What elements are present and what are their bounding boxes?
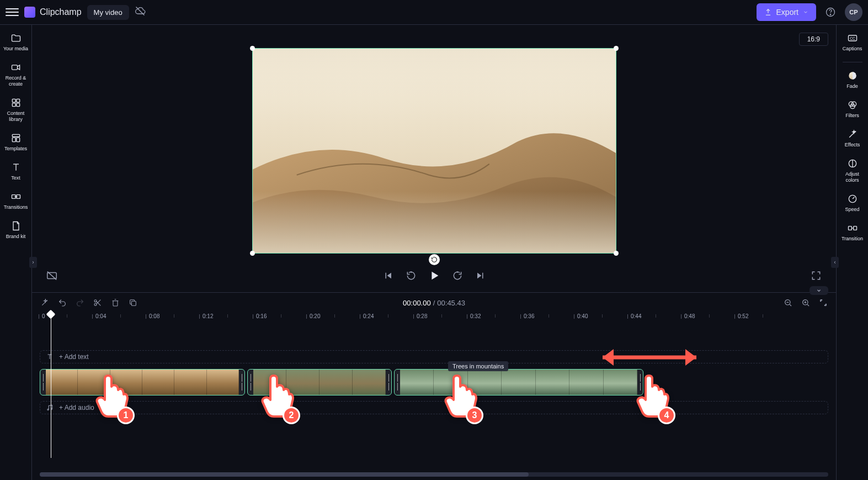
undo-button[interactable] <box>57 298 67 308</box>
ruler-tick: 0:16 <box>256 313 267 319</box>
clip-trim-left[interactable] <box>395 370 400 395</box>
nav-fade[interactable]: Fade <box>837 67 869 95</box>
nav-transitions[interactable]: Transitions <box>0 188 32 216</box>
library-icon <box>10 97 22 108</box>
svg-point-24 <box>51 408 52 409</box>
ruler-tick: 0:32 <box>470 313 481 319</box>
split-button[interactable] <box>93 298 103 308</box>
skip-back-button[interactable] <box>381 269 395 282</box>
svg-rect-14 <box>253 192 616 253</box>
cloud-sync-off-icon[interactable] <box>135 6 146 19</box>
upload-icon <box>764 8 772 16</box>
nav-record-create[interactable]: Record & create <box>0 59 32 93</box>
duplicate-button[interactable] <box>128 298 138 308</box>
nav-templates[interactable]: Templates <box>0 129 32 157</box>
ruler-tick: 0:40 <box>577 313 588 319</box>
ruler-tick: 0:04 <box>95 313 106 319</box>
project-title[interactable]: My video <box>87 5 129 20</box>
timeline-clip[interactable] <box>394 369 643 395</box>
playhead[interactable] <box>47 311 54 318</box>
ruler-tick: 0:36 <box>524 313 534 319</box>
captions-icon: CC <box>847 33 858 44</box>
ruler-tick: 0:52 <box>738 313 748 319</box>
rotate-button[interactable] <box>429 254 440 265</box>
right-sidebar: CC Captions Fade Filters Effects Adjust … <box>836 25 868 480</box>
camera-icon <box>10 62 22 73</box>
transition-icon <box>847 223 858 234</box>
magic-tool[interactable] <box>40 298 50 308</box>
svg-rect-3 <box>12 65 17 70</box>
nav-your-media[interactable]: Your media <box>0 29 32 57</box>
user-avatar[interactable]: CP <box>845 3 862 21</box>
text-track-placeholder[interactable]: + Add text <box>40 350 828 363</box>
step-back-button[interactable] <box>404 269 418 282</box>
clip-trim-right[interactable] <box>239 370 244 395</box>
svg-rect-7 <box>16 103 19 107</box>
transitions-icon <box>10 191 22 202</box>
timeline-clip[interactable] <box>247 369 392 395</box>
nav-brand-kit[interactable]: Brand kit <box>0 217 32 245</box>
preview-area: 16:9 <box>32 25 836 292</box>
clip-trim-right[interactable] <box>386 370 391 395</box>
left-sidebar: Your media Record & create Content libra… <box>0 25 32 480</box>
step-forward-button[interactable] <box>451 269 464 282</box>
delete-button[interactable] <box>110 298 120 308</box>
svg-rect-5 <box>16 99 19 102</box>
video-canvas[interactable] <box>252 48 616 254</box>
clip-trim-left[interactable] <box>40 370 46 395</box>
aspect-ratio-button[interactable]: 16:9 <box>799 33 828 46</box>
timeline-scrollbar[interactable] <box>40 472 828 477</box>
audio-track-placeholder[interactable]: + Add audio <box>40 401 828 414</box>
ruler-tick: 0:12 <box>203 313 213 319</box>
brand-kit-icon <box>10 220 22 231</box>
ruler[interactable]: 00:040:080:120:160:200:240:280:320:360:4… <box>40 313 828 324</box>
resize-handle-bl[interactable] <box>250 251 255 256</box>
svg-rect-6 <box>12 103 15 107</box>
zoom-out-button[interactable] <box>783 298 793 308</box>
video-track <box>40 369 828 395</box>
help-button[interactable] <box>822 3 839 21</box>
ruler-tick: 0:08 <box>149 313 159 319</box>
svg-rect-34 <box>848 226 851 230</box>
export-button[interactable]: Export <box>757 3 816 21</box>
fullscreen-button[interactable] <box>810 269 823 282</box>
svg-point-23 <box>47 409 49 410</box>
playhead-time: 00:00.00/00:45.43 <box>403 299 465 307</box>
music-icon <box>46 404 54 412</box>
text-icon <box>10 162 22 173</box>
expand-right-panel[interactable] <box>831 257 839 268</box>
zoom-in-button[interactable] <box>801 298 811 308</box>
clip-trim-left[interactable] <box>248 370 253 395</box>
toggle-safe-zone-button[interactable] <box>45 269 58 282</box>
nav-content-library[interactable]: Content library <box>0 94 32 128</box>
timeline-clip[interactable] <box>40 369 245 395</box>
nav-captions[interactable]: CC Captions <box>837 29 869 57</box>
fit-button[interactable] <box>818 298 828 308</box>
resize-handle-tr[interactable] <box>614 46 619 51</box>
menu-button[interactable] <box>6 6 19 19</box>
effects-icon <box>847 129 858 140</box>
redo-button[interactable] <box>75 298 85 308</box>
nav-transition[interactable]: Transition <box>837 219 869 247</box>
nav-text[interactable]: Text <box>0 159 32 187</box>
preview-frame-image <box>253 49 616 253</box>
svg-rect-10 <box>16 138 19 141</box>
adjust-colors-icon <box>847 158 858 169</box>
nav-speed[interactable]: Speed <box>837 190 869 218</box>
ruler-tick: 0:20 <box>310 313 320 319</box>
svg-rect-4 <box>12 99 15 102</box>
skip-forward-button[interactable] <box>474 269 487 282</box>
play-button[interactable] <box>428 269 441 282</box>
resize-handle-br[interactable] <box>614 251 619 256</box>
nav-adjust-colors[interactable]: Adjust colors <box>837 155 869 189</box>
app-logo[interactable]: Clipchamp <box>24 7 82 18</box>
resize-handle-tl[interactable] <box>250 46 255 51</box>
templates-icon <box>10 133 22 144</box>
ruler-tick: 0:48 <box>684 313 695 319</box>
svg-rect-20 <box>131 301 136 305</box>
clip-trim-right[interactable] <box>637 370 643 395</box>
svg-text:CC: CC <box>850 36 855 40</box>
nav-filters[interactable]: Filters <box>837 96 869 124</box>
nav-effects[interactable]: Effects <box>837 125 869 154</box>
text-icon <box>46 353 54 361</box>
